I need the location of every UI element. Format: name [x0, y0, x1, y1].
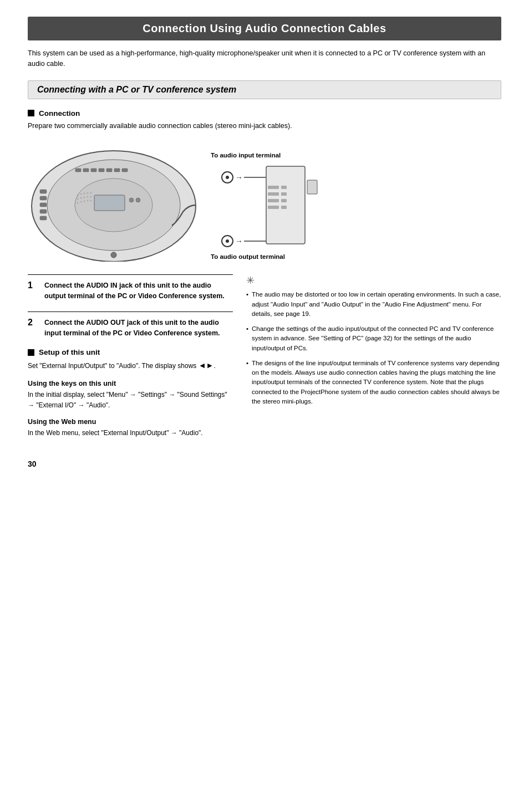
note-3: The designs of the line input/output ter…: [246, 359, 501, 406]
svg-point-35: [226, 176, 229, 179]
svg-rect-22: [40, 196, 47, 200]
main-title-box: Connection Using Audio Connection Cables: [28, 17, 501, 40]
svg-point-7: [80, 193, 82, 195]
svg-point-19: [87, 200, 89, 202]
using-keys-heading: Using the keys on this unit: [28, 380, 233, 387]
svg-rect-41: [268, 192, 279, 196]
svg-point-16: [77, 202, 79, 204]
svg-point-14: [87, 196, 89, 198]
svg-rect-32: [122, 168, 128, 172]
page-number: 30: [28, 459, 501, 468]
svg-rect-27: [83, 168, 89, 172]
square-bullet-setup-icon: [28, 349, 34, 356]
steps-column: 1 Connect the AUDIO IN jack of this unit…: [28, 274, 233, 442]
audio-input-terminal-label: To audio input terminal: [211, 152, 281, 159]
svg-rect-46: [281, 206, 287, 209]
svg-rect-5: [136, 198, 140, 202]
svg-rect-39: [268, 186, 279, 189]
svg-rect-21: [40, 190, 47, 193]
connection-heading: Connection: [28, 109, 501, 118]
svg-rect-3: [94, 195, 125, 211]
svg-point-13: [84, 197, 85, 198]
audio-icon: ◄►: [199, 361, 214, 370]
setup-heading: Setup of this unit: [28, 348, 233, 356]
device-svg: [28, 140, 200, 262]
audio-output-terminal-label: To audio output terminal: [211, 253, 285, 260]
svg-point-49: [226, 239, 229, 243]
step-1-number: 1: [28, 280, 39, 302]
svg-rect-44: [281, 199, 287, 202]
svg-point-20: [90, 200, 92, 202]
step-1: 1 Connect the AUDIO IN jack of this unit…: [28, 274, 233, 302]
using-web-heading: Using the Web menu: [28, 418, 233, 426]
svg-point-9: [87, 192, 89, 194]
note-2: Change the settings of the audio input/o…: [246, 324, 501, 353]
subtitle-box: Connecting with a PC or TV conference sy…: [28, 80, 501, 99]
svg-point-33: [111, 252, 116, 258]
svg-rect-42: [281, 192, 287, 196]
svg-text:→: →: [235, 173, 243, 182]
device-diagram: [28, 140, 200, 263]
using-web-text: In the Web menu, select "External Input/…: [28, 428, 233, 438]
svg-point-6: [77, 195, 79, 196]
step-2-number: 2: [28, 318, 39, 339]
svg-point-11: [77, 198, 79, 200]
svg-rect-25: [40, 216, 47, 220]
terminal-svg: → →: [211, 164, 322, 258]
svg-point-10: [90, 192, 92, 194]
svg-rect-23: [40, 203, 47, 207]
svg-rect-47: [307, 180, 317, 194]
svg-rect-38: [266, 166, 305, 244]
setup-text: Set "External Input/Output" to "Audio". …: [28, 360, 233, 372]
svg-rect-29: [99, 168, 104, 172]
subtitle: Connecting with a PC or TV conference sy…: [37, 85, 492, 95]
svg-rect-40: [281, 186, 287, 189]
svg-rect-31: [114, 168, 120, 172]
svg-rect-30: [106, 168, 112, 172]
svg-point-12: [80, 197, 82, 199]
svg-rect-26: [75, 168, 81, 172]
notes-column: ✳ The audio may be distorted or too low …: [246, 274, 501, 442]
steps-and-notes: 1 Connect the AUDIO IN jack of this unit…: [28, 274, 501, 442]
svg-rect-45: [268, 206, 279, 209]
main-title: Connection Using Audio Connection Cables: [39, 22, 490, 35]
connection-heading-label: Connection: [39, 109, 80, 118]
step-1-text: Connect the AUDIO IN jack of this unit t…: [44, 280, 233, 302]
svg-rect-24: [40, 210, 47, 213]
svg-text:→: →: [235, 237, 243, 246]
svg-rect-28: [91, 168, 96, 172]
svg-point-18: [84, 201, 85, 202]
step-2: 2 Connect the AUDIO OUT jack of this uni…: [28, 311, 233, 339]
connection-text: Prepare two commercially available audio…: [28, 121, 501, 131]
square-bullet-icon: [28, 110, 34, 116]
svg-point-17: [80, 201, 82, 203]
step-2-text: Connect the AUDIO OUT jack of this unit …: [44, 318, 233, 339]
setup-heading-label: Setup of this unit: [39, 348, 100, 356]
diagram-area: To audio input terminal →: [28, 140, 501, 263]
svg-point-8: [84, 193, 85, 195]
svg-point-15: [90, 196, 92, 198]
svg-rect-4: [129, 198, 134, 202]
using-keys-text: In the initial display, select "Menu" → …: [28, 390, 233, 410]
audio-terminals: To audio input terminal →: [211, 140, 501, 261]
note-1: The audio may be distorted or too low in…: [246, 290, 501, 319]
notes-icon: ✳: [246, 274, 501, 287]
svg-rect-43: [268, 199, 279, 202]
intro-paragraph: This system can be used as a high-perfor…: [28, 48, 501, 69]
